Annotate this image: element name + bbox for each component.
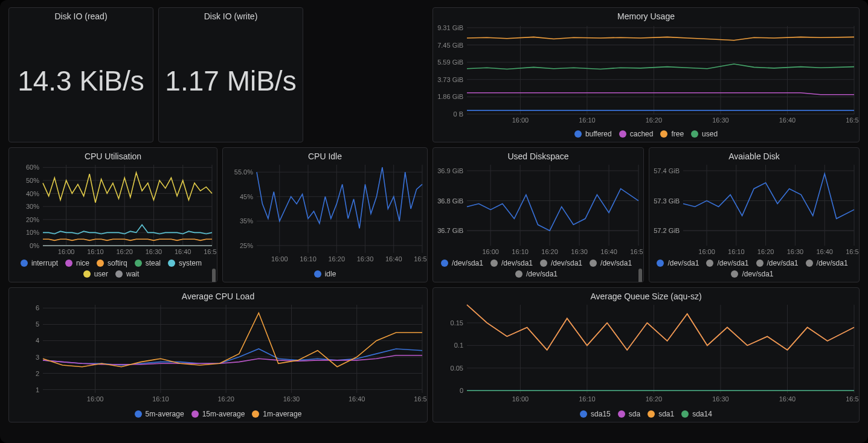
series-system — [43, 225, 212, 234]
svg-text:9.31 GiB: 9.31 GiB — [437, 24, 463, 31]
legend-item[interactable]: /dev/sda1 — [540, 259, 582, 267]
svg-text:20%: 20% — [26, 216, 39, 223]
stat-value: 14.3 KiB/s — [9, 22, 153, 139]
legend-item[interactable]: user — [83, 270, 108, 278]
svg-text:4: 4 — [36, 337, 39, 344]
panel-title: CPU Utilisation — [9, 148, 217, 162]
svg-text:16:20: 16:20 — [757, 248, 774, 255]
panel-used-diskspace[interactable]: Used Diskspace 36.7 GiB36.7 GiB36.8 GiB3… — [432, 147, 644, 282]
legend-label: /dev/sda1 — [600, 259, 632, 267]
svg-text:16:30: 16:30 — [712, 395, 729, 403]
svg-text:16:00: 16:00 — [271, 255, 288, 263]
chart-cpu-util: 0%10%20%30%40%50%60%16:0016:1016:2016:30… — [9, 162, 217, 258]
legend-label: steal — [146, 259, 161, 267]
svg-text:16:50: 16:50 — [414, 255, 428, 263]
chart-avail-disk: 57.2 GiB57.2 GiB57.3 GiB57.3 GiB57.4 GiB… — [649, 162, 860, 258]
legend-item[interactable]: interrupt — [21, 259, 58, 267]
panel-memory-usage[interactable]: Memory Usage 0 B1.86 GiB3.73 GiB5.59 GiB… — [432, 7, 860, 142]
chart-used-disk: 36.7 GiB36.7 GiB36.8 GiB36.8 GiB36.9 GiB… — [433, 162, 644, 258]
svg-text:16:50: 16:50 — [846, 116, 860, 124]
legend-item[interactable]: used — [691, 130, 718, 138]
legend-label: system — [179, 259, 202, 267]
legend-item[interactable]: /dev/sda1 — [731, 270, 773, 278]
panel-disk-io-read[interactable]: Disk IO (read) 14.3 KiB/s — [8, 7, 153, 142]
svg-text:40%: 40% — [26, 190, 39, 197]
legend-label: /dev/sda1 — [526, 270, 558, 278]
svg-text:16:40: 16:40 — [779, 116, 796, 124]
legend-item[interactable]: /dev/sda1 — [441, 259, 483, 267]
svg-text:50%: 50% — [26, 177, 39, 184]
legend-scrollbar[interactable] — [212, 269, 216, 282]
legend-item[interactable]: /dev/sda1 — [756, 259, 799, 267]
legend-label: sda15 — [591, 410, 611, 418]
legend-item[interactable]: cached — [619, 130, 654, 138]
svg-text:36.8 GiB: 36.8 GiB — [437, 197, 463, 205]
legend-item[interactable]: nice — [65, 259, 89, 267]
svg-text:16:10: 16:10 — [152, 395, 169, 403]
legend-dot — [135, 410, 142, 418]
svg-text:57.2 GiB: 57.2 GiB — [654, 227, 680, 234]
legend-dot — [97, 260, 104, 267]
legend-item[interactable]: system — [168, 259, 202, 267]
svg-text:16:00: 16:00 — [482, 248, 499, 255]
legend-label: 5m-average — [146, 410, 184, 418]
legend-dot — [21, 260, 28, 267]
legend-item[interactable]: sda15 — [580, 410, 611, 418]
legend-dot — [540, 260, 547, 267]
legend-item[interactable]: sda — [618, 410, 640, 418]
svg-text:30%: 30% — [26, 203, 39, 210]
legend: /dev/sda1/dev/sda1/dev/sda1/dev/sda1/dev… — [652, 257, 853, 281]
series-sda — [467, 305, 854, 350]
legend-dot — [83, 270, 91, 278]
panel-cpu-idle[interactable]: CPU Idle 25%35%45%55.0%16:0016:1016:2016… — [222, 147, 428, 282]
legend-item[interactable]: softirq — [97, 259, 127, 267]
legend-item[interactable]: wait — [115, 270, 139, 278]
legend-item[interactable]: /dev/sda1 — [806, 259, 848, 267]
legend-dot — [580, 410, 587, 418]
legend-item[interactable]: 1m-average — [252, 410, 301, 418]
svg-text:16:10: 16:10 — [300, 255, 317, 263]
panel-cpu-utilisation[interactable]: CPU Utilisation 0%10%20%30%40%50%60%16:0… — [8, 147, 217, 282]
panel-average-queue-size[interactable]: Average Queue Size (aqu-sz) 00.050.10.15… — [432, 287, 860, 422]
legend-item[interactable]: /dev/sda1 — [590, 259, 632, 267]
legend-scrollbar[interactable] — [638, 269, 642, 282]
svg-text:45%: 45% — [240, 193, 253, 200]
legend-dot — [681, 410, 689, 418]
legend-dot — [314, 270, 321, 278]
svg-text:16:10: 16:10 — [728, 248, 745, 255]
svg-text:0: 0 — [460, 387, 463, 394]
legend-dot — [706, 260, 713, 267]
legend-item[interactable]: idle — [314, 270, 336, 278]
legend-item[interactable]: sda14 — [681, 410, 712, 418]
svg-text:16:00: 16:00 — [512, 116, 529, 124]
legend-dot — [756, 260, 764, 267]
legend-label: /dev/sda1 — [817, 259, 848, 267]
legend-label: used — [702, 130, 718, 138]
legend-item[interactable]: buffered — [574, 130, 612, 138]
legend-item[interactable]: 15m-average — [191, 410, 245, 418]
legend-item[interactable]: /dev/sda1 — [515, 270, 558, 278]
svg-text:3.73 GiB: 3.73 GiB — [437, 76, 463, 83]
series-/dev/sda1 — [683, 174, 854, 218]
legend-item[interactable]: /dev/sda1 — [657, 259, 699, 267]
legend-label: /dev/sda1 — [452, 259, 483, 267]
legend-label: interrupt — [31, 259, 58, 267]
series-free — [467, 37, 854, 40]
svg-text:16:30: 16:30 — [712, 116, 729, 124]
panel-average-cpu-load[interactable]: Average CPU Load 12345616:0016:1016:2016… — [8, 287, 428, 422]
legend-item[interactable]: sda1 — [648, 410, 674, 418]
svg-text:36.7 GiB: 36.7 GiB — [437, 227, 463, 234]
panel-title: Memory Usage — [433, 8, 859, 22]
legend-label: /dev/sda1 — [767, 259, 799, 267]
dashboard: Disk IO (read) 14.3 KiB/s Disk IO (write… — [0, 0, 868, 443]
svg-text:16:40: 16:40 — [349, 395, 365, 403]
legend-item[interactable]: steal — [135, 259, 161, 267]
panel-disk-io-write[interactable]: Disk IO (write) 1.17 MiB/s — [158, 7, 303, 142]
panel-available-disk[interactable]: Avaiable Disk 57.2 GiB57.2 GiB57.3 GiB57… — [649, 147, 860, 282]
legend-item[interactable]: /dev/sda1 — [706, 259, 748, 267]
legend-item[interactable]: /dev/sda1 — [490, 259, 533, 267]
svg-text:16:40: 16:40 — [779, 395, 796, 403]
legend-item[interactable]: free — [660, 130, 684, 138]
legend-item[interactable]: 5m-average — [135, 410, 184, 418]
legend-label: buffered — [585, 130, 612, 138]
